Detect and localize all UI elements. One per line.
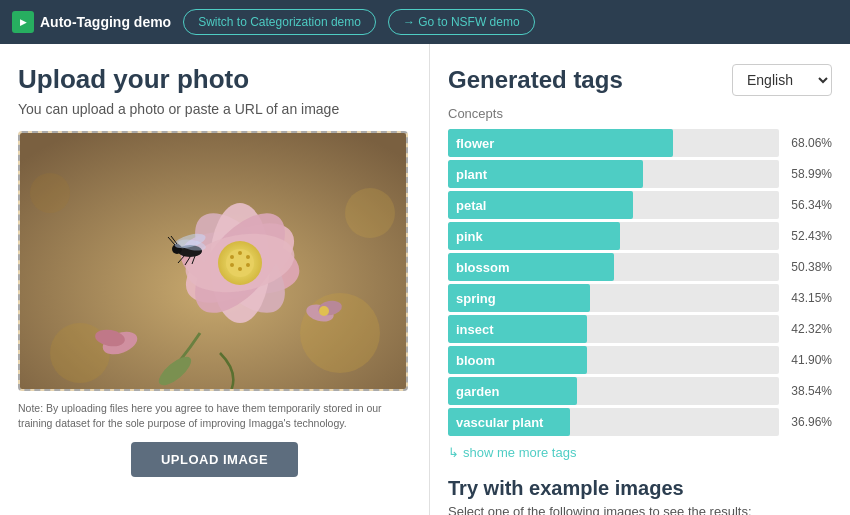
tag-percent: 52.43% [787, 229, 832, 243]
tag-percent: 38.54% [787, 384, 832, 398]
svg-point-4 [30, 173, 70, 213]
tag-percent: 36.96% [787, 415, 832, 429]
tag-bar-fill [448, 315, 587, 343]
tag-bar-container: blossom [448, 253, 779, 281]
tag-percent: 42.32% [787, 322, 832, 336]
svg-point-3 [345, 188, 395, 238]
app-title: Auto-Tagging demo [40, 14, 171, 30]
tag-bar-fill [448, 346, 587, 374]
nsfw-demo-button[interactable]: → Go to NSFW demo [388, 9, 535, 35]
svg-point-13 [230, 255, 234, 259]
tag-bar-fill [448, 222, 620, 250]
example-images-title: Try with example images [448, 477, 832, 500]
tag-row: insect42.32% [448, 315, 832, 343]
logo-icon: ▸ [12, 11, 34, 33]
tags-list: flower68.06%plant58.99%petal56.34%pink52… [448, 129, 832, 436]
svg-point-15 [246, 255, 250, 259]
upload-note: Note: By uploading files here you agree … [18, 401, 408, 430]
tag-row: petal56.34% [448, 191, 832, 219]
upload-subtitle: You can upload a photo or paste a URL of… [18, 101, 411, 117]
tag-percent: 43.15% [787, 291, 832, 305]
main-content: Upload your photo You can upload a photo… [0, 44, 850, 515]
concepts-label: Concepts [448, 106, 832, 121]
tags-title: Generated tags [448, 66, 623, 94]
upload-panel: Upload your photo You can upload a photo… [0, 44, 430, 515]
tag-bar-fill [448, 129, 673, 157]
svg-point-16 [246, 263, 250, 267]
tag-bar-container: insect [448, 315, 779, 343]
nsfw-btn-label: → Go to NSFW demo [403, 15, 520, 29]
categorization-demo-button[interactable]: Switch to Categorization demo [183, 9, 376, 35]
tag-bar-container: vascular plant [448, 408, 779, 436]
tag-bar-container: bloom [448, 346, 779, 374]
tag-row: spring43.15% [448, 284, 832, 312]
show-more-arrow: ↳ [448, 445, 459, 460]
svg-point-33 [319, 306, 329, 316]
show-more-label: show me more tags [463, 445, 576, 460]
show-more-tags-link[interactable]: ↳ show me more tags [448, 445, 576, 460]
tag-percent: 50.38% [787, 260, 832, 274]
upload-title: Upload your photo [18, 64, 411, 95]
upload-image-button[interactable]: UPLOAD IMAGE [131, 442, 298, 477]
image-dropzone[interactable] [18, 131, 408, 391]
header: ▸ Auto-Tagging demo Switch to Categoriza… [0, 0, 850, 44]
tag-bar-container: petal [448, 191, 779, 219]
tags-header: Generated tags English [448, 64, 832, 96]
tag-percent: 41.90% [787, 353, 832, 367]
tag-bar-fill [448, 253, 614, 281]
logo: ▸ Auto-Tagging demo [12, 11, 171, 33]
example-images-subtitle: Select one of the following images to se… [448, 504, 832, 515]
tag-bar-container: plant [448, 160, 779, 188]
categorization-btn-label: Switch to Categorization demo [198, 15, 361, 29]
tag-row: blossom50.38% [448, 253, 832, 281]
svg-point-18 [230, 263, 234, 267]
tag-percent: 58.99% [787, 167, 832, 181]
tag-bar-container: garden [448, 377, 779, 405]
tags-panel: Generated tags English Concepts flower68… [430, 44, 850, 515]
svg-point-17 [238, 267, 242, 271]
flower-image [20, 133, 408, 391]
tag-bar-fill [448, 160, 643, 188]
tag-row: pink52.43% [448, 222, 832, 250]
tag-bar-fill [448, 377, 577, 405]
tag-row: flower68.06% [448, 129, 832, 157]
tag-bar-container: spring [448, 284, 779, 312]
tag-bar-container: pink [448, 222, 779, 250]
tag-bar-fill [448, 191, 633, 219]
tag-bar-container: flower [448, 129, 779, 157]
tag-row: bloom41.90% [448, 346, 832, 374]
tag-row: vascular plant36.96% [448, 408, 832, 436]
tag-bar-fill [448, 284, 590, 312]
tag-bar-fill [448, 408, 570, 436]
language-select[interactable]: English [732, 64, 832, 96]
svg-point-14 [238, 251, 242, 255]
tag-row: garden38.54% [448, 377, 832, 405]
tag-row: plant58.99% [448, 160, 832, 188]
tag-percent: 68.06% [787, 136, 832, 150]
tag-percent: 56.34% [787, 198, 832, 212]
